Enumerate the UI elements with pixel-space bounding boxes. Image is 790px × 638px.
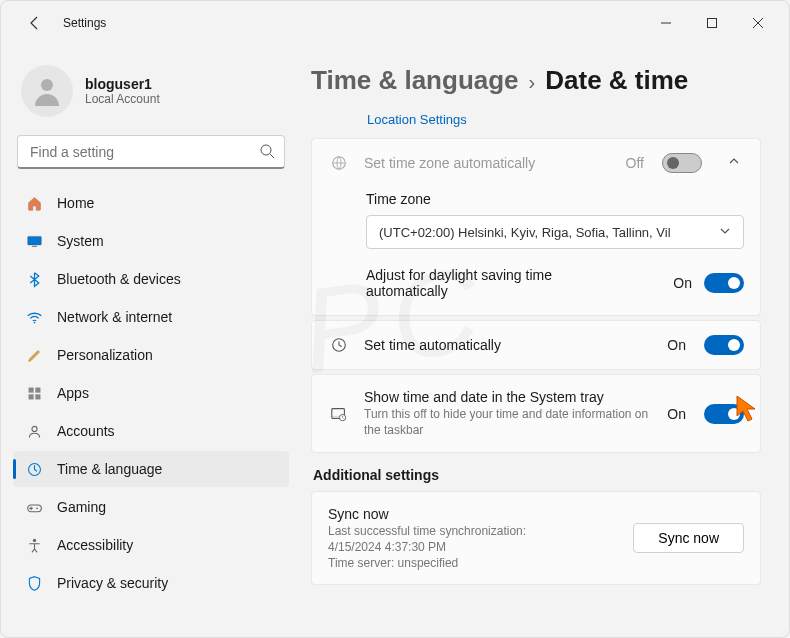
svg-point-10: [33, 321, 35, 323]
sync-server: Time server: unspecified: [328, 556, 526, 570]
page-title: Date & time: [545, 65, 688, 96]
sidebar-item-bluetooth[interactable]: Bluetooth & devices: [13, 261, 289, 297]
chevron-up-icon[interactable]: [724, 154, 744, 172]
timezone-select[interactable]: (UTC+02:00) Helsinki, Kyiv, Riga, Sofia,…: [366, 215, 744, 249]
close-button[interactable]: [735, 6, 781, 40]
time-auto-toggle[interactable]: [704, 335, 744, 355]
paintbrush-icon: [25, 346, 43, 364]
svg-rect-9: [31, 245, 36, 246]
back-button[interactable]: [19, 7, 51, 39]
breadcrumb-parent[interactable]: Time & language: [311, 65, 519, 96]
svg-rect-13: [28, 394, 33, 399]
sidebar-item-label: Apps: [57, 385, 89, 401]
svg-rect-11: [28, 387, 33, 392]
globe-icon: [328, 154, 350, 172]
svg-rect-1: [708, 19, 717, 28]
sidebar-item-label: Bluetooth & devices: [57, 271, 181, 287]
search-input[interactable]: [17, 135, 285, 169]
system-tray-toggle[interactable]: [704, 404, 744, 424]
svg-point-15: [31, 426, 36, 431]
sidebar-item-personalization[interactable]: Personalization: [13, 337, 289, 373]
sidebar-item-label: Gaming: [57, 499, 106, 515]
timezone-auto-card: Set time zone automatically Off Time zon…: [311, 138, 761, 316]
svg-line-6: [270, 154, 274, 158]
avatar-icon: [21, 65, 73, 117]
bluetooth-icon: [25, 270, 43, 288]
sync-info: Last successful time synchronization:: [328, 524, 526, 538]
chevron-right-icon: ›: [529, 71, 536, 94]
svg-rect-7: [27, 236, 41, 245]
toggle-state: Off: [626, 155, 644, 171]
timezone-value: (UTC+02:00) Helsinki, Kyiv, Riga, Sofia,…: [379, 225, 671, 240]
dst-toggle[interactable]: [704, 273, 744, 293]
window-title: Settings: [63, 16, 106, 30]
setting-label: Set time zone automatically: [364, 155, 612, 171]
svg-point-19: [32, 538, 35, 541]
svg-point-18: [36, 507, 38, 509]
sidebar-item-label: Accessibility: [57, 537, 133, 553]
sidebar-item-label: System: [57, 233, 104, 249]
svg-rect-14: [35, 394, 40, 399]
sidebar-item-label: Accounts: [57, 423, 115, 439]
breadcrumb: Time & language › Date & time: [311, 65, 761, 96]
sync-card: Sync now Last successful time synchroniz…: [311, 491, 761, 585]
accounts-icon: [25, 422, 43, 440]
timezone-auto-toggle[interactable]: [662, 153, 702, 173]
timezone-label: Time zone: [366, 191, 744, 207]
maximize-button[interactable]: [689, 6, 735, 40]
user-subtitle: Local Account: [85, 92, 160, 106]
setting-label: Set time automatically: [364, 337, 653, 353]
sidebar-item-label: Home: [57, 195, 94, 211]
sidebar-item-network[interactable]: Network & internet: [13, 299, 289, 335]
sync-now-button[interactable]: Sync now: [633, 523, 744, 553]
svg-point-4: [41, 79, 53, 91]
wifi-icon: [25, 308, 43, 326]
sidebar-item-accessibility[interactable]: Accessibility: [13, 527, 289, 563]
user-name: bloguser1: [85, 76, 160, 92]
minimize-button[interactable]: [643, 6, 689, 40]
time-language-icon: [25, 460, 43, 478]
clock-icon: [328, 336, 350, 354]
toggle-state: On: [673, 275, 692, 291]
sidebar-item-time-language[interactable]: Time & language: [13, 451, 289, 487]
taskbar-icon: [328, 405, 350, 423]
chevron-down-icon: [719, 225, 731, 240]
sidebar-item-label: Personalization: [57, 347, 153, 363]
sidebar-item-accounts[interactable]: Accounts: [13, 413, 289, 449]
time-auto-card: Set time automatically On: [311, 320, 761, 370]
sidebar-item-label: Time & language: [57, 461, 162, 477]
shield-icon: [25, 574, 43, 592]
svg-point-5: [261, 145, 271, 155]
sync-timestamp: 4/15/2024 4:37:30 PM: [328, 540, 526, 554]
system-tray-card: Show time and date in the System tray Tu…: [311, 374, 761, 453]
sync-title: Sync now: [328, 506, 526, 522]
home-icon: [25, 194, 43, 212]
sidebar-item-privacy[interactable]: Privacy & security: [13, 565, 289, 601]
setting-sublabel: Turn this off to hide your time and date…: [364, 407, 653, 438]
sidebar-item-gaming[interactable]: Gaming: [13, 489, 289, 525]
user-profile[interactable]: bloguser1 Local Account: [13, 59, 289, 135]
gaming-icon: [25, 498, 43, 516]
sidebar-item-apps[interactable]: Apps: [13, 375, 289, 411]
section-heading: Additional settings: [313, 467, 761, 483]
accessibility-icon: [25, 536, 43, 554]
search-icon: [259, 143, 275, 163]
location-settings-link[interactable]: Location Settings: [367, 112, 467, 127]
apps-icon: [25, 384, 43, 402]
setting-label: Show time and date in the System tray: [364, 389, 653, 405]
svg-rect-12: [35, 387, 40, 392]
toggle-state: On: [667, 406, 686, 422]
sidebar-item-label: Privacy & security: [57, 575, 168, 591]
sidebar-item-system[interactable]: System: [13, 223, 289, 259]
sidebar-item-label: Network & internet: [57, 309, 172, 325]
system-icon: [25, 232, 43, 250]
sidebar-item-home[interactable]: Home: [13, 185, 289, 221]
toggle-state: On: [667, 337, 686, 353]
dst-label: Adjust for daylight saving time automati…: [366, 267, 606, 299]
